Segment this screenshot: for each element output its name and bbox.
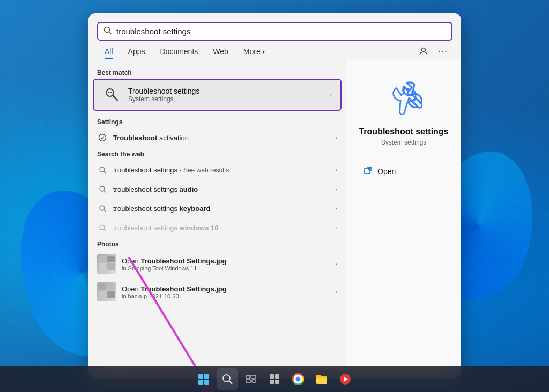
- taskbar-search[interactable]: [217, 368, 238, 390]
- taskbar: [0, 366, 549, 392]
- web-text-2: troubleshoot settings audio: [113, 185, 330, 193]
- photo-item-1[interactable]: Open Troubleshoot Settings.jpg in Snippi…: [88, 250, 346, 278]
- taskbar-start[interactable]: [193, 368, 214, 390]
- svg-line-6: [113, 95, 117, 100]
- svg-line-9: [104, 171, 106, 173]
- photo-thumb-1: [97, 254, 116, 274]
- arrow-icon-2: ›: [335, 186, 337, 192]
- web-item-4[interactable]: troubleshoot settings windows 10 ›: [88, 218, 346, 237]
- svg-rect-20: [198, 380, 203, 385]
- filter-tabs: All Apps Documents Web More ▾ ···: [88, 41, 461, 59]
- svg-point-33: [296, 377, 301, 382]
- arrow-icon: ›: [335, 134, 337, 141]
- activation-icon: [97, 132, 108, 143]
- search-web-icon-2: [97, 184, 108, 194]
- svg-rect-25: [251, 375, 256, 378]
- search-web-icon-3: [97, 203, 108, 214]
- search-input[interactable]: [116, 27, 446, 36]
- open-label: Open: [377, 167, 396, 176]
- photo-sub-2: in backup-2021-10-23: [122, 293, 330, 299]
- tab-web[interactable]: Web: [205, 44, 236, 59]
- photo-title-2: Open Troubleshoot Settings.jpg: [122, 285, 330, 293]
- svg-rect-19: [204, 374, 209, 379]
- taskbar-taskview[interactable]: [240, 368, 262, 390]
- photo-info-1: Open Troubleshoot Settings.jpg in Snippi…: [122, 257, 330, 272]
- tab-more[interactable]: More ▾: [236, 44, 272, 59]
- best-match-item[interactable]: Troubleshoot settings System settings ›: [93, 79, 342, 111]
- arrow-icon-1: ›: [335, 167, 337, 173]
- svg-rect-28: [270, 374, 274, 379]
- tab-all[interactable]: All: [97, 44, 121, 59]
- search-bar-wrapper: [88, 13, 461, 41]
- ellipsis-icon: ···: [438, 46, 448, 57]
- svg-line-23: [229, 381, 232, 384]
- best-match-subtitle: System settings: [128, 95, 323, 103]
- svg-rect-27: [252, 380, 256, 382]
- taskbar-explorer[interactable]: [311, 368, 332, 390]
- taskbar-redapp[interactable]: [335, 368, 356, 390]
- svg-rect-24: [246, 375, 250, 378]
- best-match-title: Troubleshoot settings: [128, 87, 323, 95]
- svg-rect-29: [275, 374, 279, 379]
- settings-section: Settings Troubleshoot activation ›: [88, 115, 346, 147]
- web-text-1: troubleshoot settings - See web results: [113, 166, 330, 174]
- photos-section: Photos: [88, 237, 346, 306]
- right-divider: [357, 155, 450, 155]
- svg-point-4: [422, 48, 426, 52]
- web-text-4: troubleshoot settings windows 10: [113, 224, 330, 232]
- arrow-icon-3: ›: [335, 205, 337, 212]
- svg-rect-18: [198, 374, 203, 379]
- search-panel: All Apps Documents Web More ▾ ··· Best m: [88, 13, 461, 378]
- svg-rect-34: [316, 378, 327, 384]
- open-action[interactable]: Open: [357, 162, 450, 180]
- web-item-1[interactable]: troubleshoot settings - See web results …: [88, 160, 346, 179]
- photo-info-2: Open Troubleshoot Settings.jpg in backup…: [122, 285, 330, 299]
- svg-point-7: [99, 134, 106, 141]
- taskbar-store[interactable]: [264, 368, 285, 390]
- photo-sub-1: in Snipping Tool Windows 11: [122, 265, 330, 272]
- svg-line-13: [104, 210, 106, 212]
- svg-line-11: [104, 191, 106, 192]
- best-match-info: Troubleshoot settings System settings: [128, 87, 323, 103]
- taskbar-chrome[interactable]: [287, 368, 309, 390]
- activation-text: Troubleshoot activation: [113, 134, 330, 142]
- photos-label: Photos: [88, 237, 346, 250]
- best-match-label: Best match: [88, 66, 346, 79]
- svg-rect-26: [246, 380, 251, 382]
- search-web-label: Search the web: [88, 147, 346, 160]
- open-icon: [363, 166, 372, 176]
- best-match-icon: [102, 85, 122, 104]
- svg-line-3: [109, 32, 112, 34]
- chevron-down-icon: ▾: [262, 49, 265, 55]
- photo-title-1: Open Troubleshoot Settings.jpg: [122, 257, 330, 265]
- list-item-troubleshoot-activation[interactable]: Troubleshoot activation ›: [88, 128, 346, 147]
- svg-rect-30: [270, 380, 274, 384]
- chevron-right-icon: ›: [330, 91, 332, 99]
- app-icon: [382, 76, 425, 118]
- people-icon-btn[interactable]: [416, 44, 431, 59]
- left-panel: Best match Troubleshoot settings System …: [88, 59, 346, 376]
- svg-rect-31: [275, 380, 279, 384]
- search-web-icon-4: [97, 222, 108, 233]
- web-item-3[interactable]: troubleshoot settings keyboard ›: [88, 199, 346, 218]
- settings-section-label: Settings: [88, 115, 346, 128]
- arrow-icon-6: ›: [335, 289, 337, 295]
- photo-thumb-2: [97, 282, 116, 301]
- tab-documents[interactable]: Documents: [152, 44, 205, 59]
- web-text-3: troubleshoot settings keyboard: [113, 205, 330, 213]
- more-options-btn[interactable]: ···: [435, 44, 450, 59]
- tab-apps[interactable]: Apps: [121, 44, 153, 59]
- web-item-2[interactable]: troubleshoot settings audio ›: [88, 179, 346, 199]
- svg-line-17: [368, 167, 371, 170]
- search-web-icon-1: [97, 164, 108, 175]
- right-app-subtitle: System settings: [381, 139, 427, 146]
- arrow-icon-4: ›: [335, 224, 337, 231]
- right-panel: Troubleshoot settings System settings Op…: [346, 59, 461, 376]
- svg-line-15: [104, 229, 106, 231]
- photo-item-2[interactable]: Open Troubleshoot Settings.jpg in backup…: [88, 278, 346, 306]
- search-bar[interactable]: [97, 22, 452, 41]
- search-web-section: Search the web troubleshoot settings - S…: [88, 147, 346, 237]
- svg-rect-21: [204, 380, 209, 385]
- arrow-icon-5: ›: [335, 261, 337, 267]
- main-content: Best match Troubleshoot settings System …: [88, 59, 461, 376]
